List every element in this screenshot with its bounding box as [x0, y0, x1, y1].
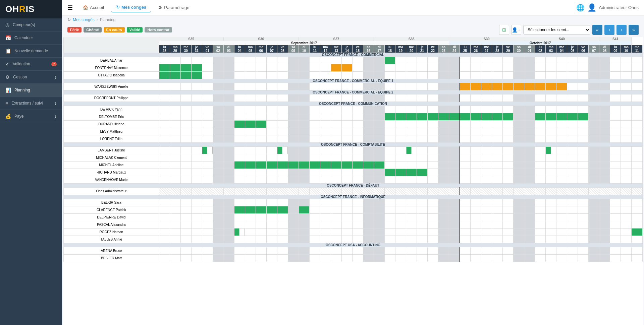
day-cell-7 [234, 255, 245, 262]
day-cell-5 [213, 206, 223, 214]
day-cell-14 [309, 169, 320, 176]
employee-row: MICHEL Adeline [64, 161, 643, 169]
day-cell-9 [256, 229, 266, 236]
day-cell-20 [374, 188, 385, 195]
day-cell-43 [621, 83, 632, 90]
day-cell-7 [234, 57, 245, 64]
help-icon[interactable]: 🌐 [576, 4, 585, 12]
day-cell-17 [341, 188, 352, 195]
nav-next-button[interactable]: › [616, 25, 627, 35]
day-cell-27 [449, 64, 460, 72]
day-cell-3 [191, 199, 202, 206]
day-cell-36 [546, 206, 556, 214]
parametrage-button[interactable]: ⚙ Paramétrage [154, 3, 194, 12]
day-cell-16 [331, 176, 341, 184]
day-cell-3 [191, 72, 202, 79]
sidebar-item-planning[interactable]: 📊 Planning [0, 84, 62, 97]
day-cell-43 [621, 121, 632, 128]
planning-container[interactable]: S35 S36 S37 S38 S39 S40 S41 Septembre 20… [63, 37, 643, 325]
day-cell-7 [234, 188, 245, 195]
day-cell-10 [266, 94, 277, 102]
day-cell-30 [481, 247, 492, 255]
day-cell-35 [535, 206, 546, 214]
day-cell-15 [320, 64, 331, 72]
day-cell-10 [266, 135, 277, 143]
mes-conges-button[interactable]: ↻ Mes congés [111, 3, 151, 12]
day-cell-39 [578, 199, 589, 206]
day-cell-34 [524, 188, 535, 195]
accueil-button[interactable]: 🏠 Accueil [78, 3, 109, 12]
day-cell-41 [599, 229, 610, 236]
day-cell-15 [320, 229, 331, 236]
day-cell-40 [589, 199, 599, 206]
day-cell-28 [460, 135, 471, 143]
day-cell-36 [546, 121, 556, 128]
day-cell-18 [352, 206, 363, 214]
day-cell-42 [610, 169, 621, 176]
export-excel-button[interactable]: ⊞ [499, 25, 509, 35]
day-cell-43 [621, 229, 632, 236]
day-cell-20 [374, 161, 385, 169]
add-person-button[interactable]: 👤+ [511, 25, 521, 35]
day-cell-8 [245, 94, 256, 102]
day-cell-12 [288, 135, 299, 143]
day-cell-3 [191, 229, 202, 236]
sidebar-item-gestion[interactable]: ⚙ Gestion ❯ [0, 71, 62, 84]
day-cell-15 [320, 154, 331, 161]
dh-ma03: ma03 [546, 45, 556, 53]
day-cell-42 [610, 188, 621, 195]
sidebar-item-calendrier[interactable]: 📅 Calendrier [0, 31, 62, 45]
day-cell-25 [428, 199, 438, 206]
day-cell-39 [578, 188, 589, 195]
day-cell-34 [524, 161, 535, 169]
nav-prev-button[interactable]: ‹ [604, 25, 614, 35]
legend-ferie: Fériè [67, 27, 82, 32]
day-cell-18 [352, 72, 363, 79]
day-cell-24 [417, 221, 428, 229]
day-cell-38 [567, 121, 578, 128]
day-cell-27 [449, 255, 460, 262]
day-cell-24 [417, 229, 428, 236]
day-cell-36 [546, 199, 556, 206]
day-cell-40 [589, 154, 599, 161]
day-cell-8 [245, 206, 256, 214]
day-cell-4 [202, 154, 213, 161]
day-cell-9 [256, 94, 266, 102]
service-select[interactable]: Sélectionner les servi... [523, 25, 590, 35]
day-cell-20 [374, 169, 385, 176]
day-cell-0 [159, 113, 170, 121]
employee-name: OTTAVIO Isabella [64, 72, 159, 79]
nav-first-button[interactable]: « [592, 25, 602, 35]
breadcrumb-parent[interactable]: Mes congés [73, 17, 95, 22]
day-cell-35 [535, 161, 546, 169]
day-cell-28 [460, 247, 471, 255]
hamburger-icon[interactable]: ☰ [67, 4, 73, 11]
day-cell-44 [632, 106, 643, 113]
day-cell-43 [621, 255, 632, 262]
employee-name: LEVY Matthieu [64, 128, 159, 135]
day-cell-26 [438, 255, 449, 262]
day-cell-22 [395, 247, 406, 255]
nav-last-button[interactable]: » [629, 25, 639, 35]
day-cell-10 [266, 247, 277, 255]
employee-name: ROGEZ Nathan [64, 229, 159, 236]
day-cell-21 [385, 83, 395, 90]
day-cell-26 [438, 128, 449, 135]
day-cell-44 [632, 176, 643, 184]
day-cell-5 [213, 161, 223, 169]
day-cell-3 [191, 169, 202, 176]
sidebar-item-compteurs[interactable]: ◷ Compteur(s) [0, 18, 62, 31]
sidebar-item-validation[interactable]: ✔ Validation 2 [0, 58, 62, 71]
day-cell-30 [481, 135, 492, 143]
day-cell-4 [202, 221, 213, 229]
day-cell-27 [449, 199, 460, 206]
day-cell-31 [492, 113, 503, 121]
day-cell-12 [288, 199, 299, 206]
day-cell-1 [170, 199, 180, 206]
sidebar-item-nouvelle-demande[interactable]: 📋 Nouvelle demande [0, 45, 62, 58]
sidebar-item-paye[interactable]: 💰 Paye ❯ [0, 110, 62, 123]
day-cell-35 [535, 255, 546, 262]
day-cell-23 [406, 199, 417, 206]
sidebar-item-extractions[interactable]: ≡ Extractions / suivi ❯ [0, 97, 62, 110]
day-cell-24 [417, 147, 428, 154]
